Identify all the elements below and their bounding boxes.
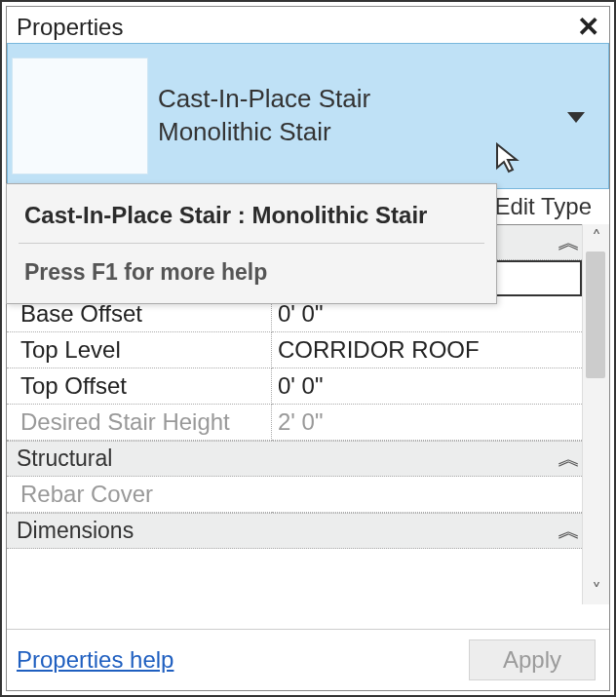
prop-value-top-level[interactable]: CORRIDOR ROOF — [272, 332, 582, 368]
scrollbar[interactable]: ˄ ˅ — [582, 224, 609, 604]
group-header-dimensions[interactable]: Dimensions ︽ — [7, 513, 582, 549]
collapse-icon[interactable]: ︽ — [558, 445, 574, 472]
chevron-down-icon[interactable] — [567, 112, 585, 123]
type-family: Cast-In-Place Stair — [158, 83, 370, 116]
prop-name-desired-stair-height: Desired Stair Height — [7, 405, 272, 441]
apply-button[interactable]: Apply — [469, 639, 596, 680]
tooltip: Cast-In-Place Stair : Monolithic Stair P… — [6, 183, 497, 304]
prop-value-desired-stair-height: 2' 0" — [272, 405, 582, 441]
scroll-up-icon[interactable]: ˄ — [583, 226, 609, 250]
tooltip-help: Press F1 for more help — [7, 244, 496, 303]
group-label-structural: Structural — [17, 445, 112, 472]
footer: Properties help Apply — [7, 629, 609, 690]
properties-help-link[interactable]: Properties help — [17, 646, 173, 674]
scroll-down-icon[interactable]: ˅ — [583, 579, 609, 602]
group-label-dimensions: Dimensions — [17, 518, 134, 544]
prop-value-rebar-cover[interactable] — [272, 477, 582, 513]
table-row: Top Level CORRIDOR ROOF — [7, 332, 582, 368]
collapse-icon[interactable]: ︽ — [558, 518, 574, 544]
edit-type-button[interactable]: Edit Type — [494, 193, 592, 220]
type-selector[interactable]: Cast-In-Place Stair Monolithic Stair — [7, 43, 609, 189]
table-row: Desired Stair Height 2' 0" — [7, 405, 582, 441]
table-row: Top Offset 0' 0" — [7, 368, 582, 405]
type-selector-text: Cast-In-Place Stair Monolithic Stair — [158, 83, 370, 149]
tooltip-title: Cast-In-Place Stair : Monolithic Stair — [7, 184, 496, 243]
titlebar: Properties ✕ — [7, 7, 609, 43]
panel-title: Properties — [17, 14, 123, 41]
group-header-structural[interactable]: Structural ︽ — [7, 441, 582, 477]
close-icon[interactable]: ✕ — [577, 11, 599, 43]
type-thumbnail — [12, 58, 148, 174]
collapse-icon[interactable]: ︽ — [558, 229, 574, 255]
type-name: Monolithic Stair — [158, 116, 370, 149]
prop-name-top-level: Top Level — [7, 332, 272, 368]
prop-value-top-offset[interactable]: 0' 0" — [272, 368, 582, 405]
prop-name-rebar-cover: Rebar Cover — [7, 477, 272, 513]
scroll-thumb[interactable] — [586, 252, 605, 378]
prop-name-top-offset: Top Offset — [7, 368, 272, 405]
properties-panel: Properties ✕ Cast-In-Place Stair Monolit… — [6, 6, 610, 691]
table-row: Rebar Cover — [7, 477, 582, 513]
